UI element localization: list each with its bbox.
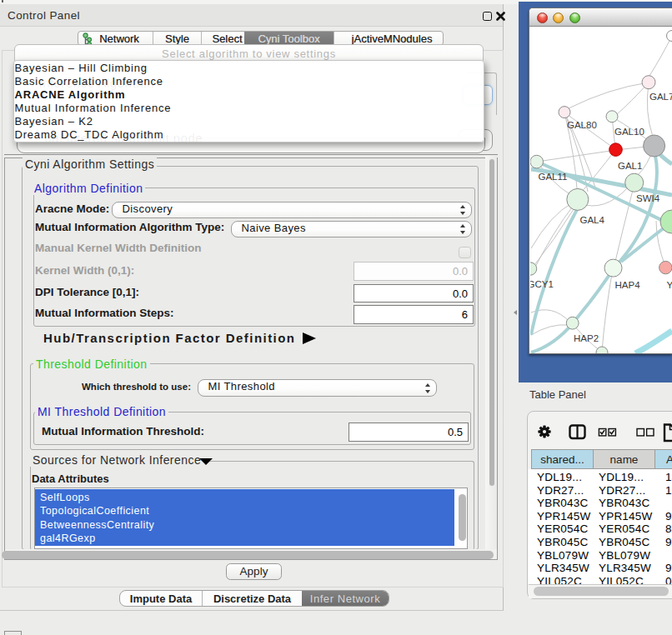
svg-text:GAL1: GAL1 [618,161,642,171]
svg-text:GAL7: GAL7 [649,92,672,102]
svg-text:YJ: YJ [667,280,672,290]
svg-text:HAP2: HAP2 [574,333,599,343]
svg-text:GAL4: GAL4 [580,215,605,225]
svg-text:GCY1: GCY1 [530,279,554,289]
svg-text:SWI4: SWI4 [636,193,660,203]
svg-text:GAL10: GAL10 [614,127,644,137]
svg-text:GAL11: GAL11 [539,172,568,182]
svg-text:HAP4: HAP4 [615,280,641,290]
svg-text:GAL80: GAL80 [567,120,597,130]
